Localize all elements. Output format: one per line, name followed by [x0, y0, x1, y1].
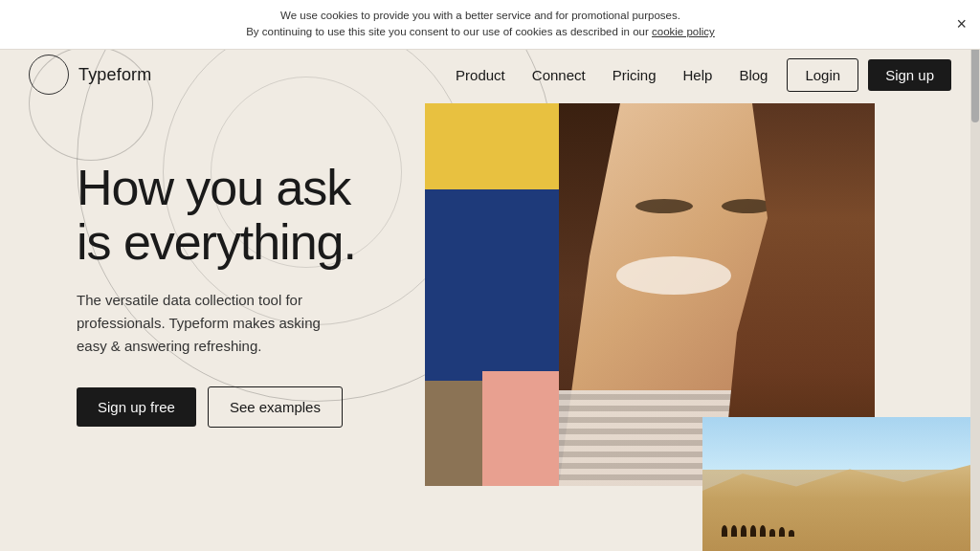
cta-signup-button[interactable]: Sign up free — [77, 387, 196, 427]
hero-content: How you ask is everything. The versatile… — [0, 103, 421, 428]
hero-image-area — [425, 103, 970, 551]
nav-pricing[interactable]: Pricing — [612, 67, 657, 83]
logo-text: Typeform — [78, 65, 151, 85]
figure-2 — [731, 525, 737, 537]
sky — [702, 417, 970, 470]
figure-3 — [741, 525, 746, 537]
hero-title-line2: is everything. — [77, 214, 356, 270]
nav-buttons: Login Sign up — [787, 58, 951, 92]
navbar: Typeform Product Connect Pricing Help Bl… — [0, 46, 980, 103]
smile-detail — [616, 256, 731, 295]
hero-title: How you ask is everything. — [77, 161, 421, 270]
hero-section: How you ask is everything. The versatile… — [0, 103, 970, 551]
logo-circle — [29, 55, 69, 95]
hero-subtitle: The versatile data collection tool for p… — [77, 289, 345, 358]
nav-product[interactable]: Product — [456, 67, 505, 83]
logo[interactable]: Typeform — [29, 55, 151, 95]
desert-scene — [702, 417, 970, 551]
nav-help[interactable]: Help — [683, 67, 713, 83]
nav-links: Product Connect Pricing Help Blog — [456, 67, 768, 83]
signup-nav-button[interactable]: Sign up — [868, 59, 951, 91]
hero-small-image — [702, 417, 970, 551]
cookie-text: We use cookies to provide you with a bet… — [280, 10, 680, 21]
cookie-close-button[interactable]: × — [956, 14, 967, 34]
cookie-text2: By continuing to use this site you conse… — [246, 26, 649, 37]
figure-4 — [750, 525, 756, 537]
figure-5 — [760, 525, 766, 537]
cookie-banner: We use cookies to provide you with a bet… — [0, 0, 980, 50]
scrollbar[interactable] — [970, 46, 980, 551]
figure-7 — [779, 527, 785, 537]
login-button[interactable]: Login — [787, 58, 858, 92]
cta-examples-button[interactable]: See examples — [208, 386, 343, 428]
cookie-policy-link[interactable]: cookie policy — [652, 26, 715, 37]
sand-dunes — [702, 465, 970, 551]
figure-6 — [769, 529, 775, 537]
eye-left — [635, 199, 693, 213]
figure-8 — [789, 530, 794, 537]
figure-1 — [722, 525, 727, 537]
nav-blog[interactable]: Blog — [739, 67, 768, 83]
hero-title-line1: How you ask — [77, 160, 350, 215]
dune-figures — [722, 525, 794, 537]
eye-right — [722, 199, 774, 213]
hero-buttons: Sign up free See examples — [77, 386, 421, 428]
nav-connect[interactable]: Connect — [532, 67, 586, 83]
